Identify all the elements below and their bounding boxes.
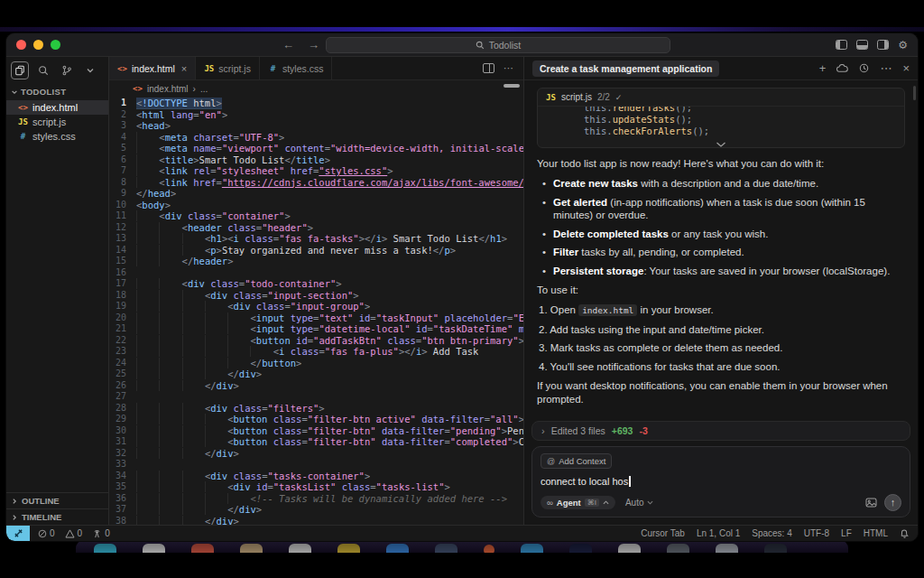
code-line[interactable]: 7 <link rel="stylesheet" href="styles.cs… — [109, 165, 523, 177]
indentation-status[interactable]: Spaces: 4 — [752, 528, 791, 538]
chat-message-area[interactable]: JS script.js 2/2 ✓ this.renderTasks();th… — [524, 80, 918, 415]
code-editor[interactable]: 1<!DOCTYPE html>2<html lang="en">3<head>… — [109, 97, 523, 525]
cloud-icon[interactable] — [836, 64, 848, 73]
code-change-card[interactable]: JS script.js 2/2 ✓ this.renderTasks();th… — [537, 88, 905, 148]
dock-app-icon[interactable] — [569, 544, 592, 553]
search-sidebar-icon[interactable] — [34, 61, 52, 79]
outline-section[interactable]: OUTLINE — [6, 492, 108, 508]
code-line[interactable]: 17 <div class="todo-container"> — [109, 278, 523, 290]
minimize-window-button[interactable] — [33, 40, 43, 50]
cursor-tab-status[interactable]: Cursor Tab — [641, 528, 685, 538]
code-line[interactable]: 12 <header class="header"> — [109, 222, 523, 234]
remote-window-button[interactable] — [6, 526, 30, 541]
code-line[interactable]: 20 <input type="text" id="taskInput" pla… — [109, 312, 523, 324]
expand-chevron-icon[interactable] — [716, 142, 726, 147]
ports-indicator[interactable]: 0 — [92, 528, 110, 538]
dock[interactable] — [76, 540, 848, 553]
add-context-button[interactable]: @ Add Context — [541, 453, 612, 469]
tab-script-js[interactable]: JS script.js — [196, 57, 260, 79]
code-line[interactable]: 9</head> — [109, 188, 523, 200]
close-window-button[interactable] — [16, 40, 26, 50]
notifications-bell-icon[interactable] — [900, 528, 910, 538]
dock-app-icon[interactable] — [521, 544, 543, 553]
code-line[interactable]: 37 </div> — [109, 504, 523, 516]
dock-app-icon[interactable] — [94, 544, 116, 553]
editor-scrollbar-handle[interactable] — [504, 84, 520, 88]
model-selector[interactable]: Auto — [625, 498, 653, 508]
close-panel-icon[interactable]: × — [902, 62, 910, 74]
chat-scrollbar-handle[interactable] — [913, 86, 916, 100]
code-line[interactable]: 18 <div class="input-section"> — [109, 290, 523, 302]
history-forward-button[interactable]: → — [308, 39, 319, 51]
code-line[interactable]: 3<head> — [109, 120, 523, 132]
cursor-position-status[interactable]: Ln 1, Col 1 — [697, 528, 740, 538]
source-control-icon[interactable] — [58, 61, 76, 79]
send-button[interactable]: ↑ — [884, 494, 901, 511]
tab-styles-css[interactable]: # styles.css — [260, 57, 333, 79]
chat-input[interactable]: connect to local hos — [541, 475, 901, 488]
folder-section-header[interactable]: TODOLIST — [6, 83, 108, 100]
code-line[interactable]: 24 </button> — [109, 358, 523, 369]
code-line[interactable]: 30 <button class="filter-btn" data-filte… — [109, 425, 523, 437]
toggle-primary-sidebar-button[interactable] — [836, 40, 847, 50]
encoding-status[interactable]: UTF-8 — [804, 528, 829, 538]
code-line[interactable]: 4 <meta charset="UTF-8"> — [109, 132, 523, 144]
chat-tab-title[interactable]: Create a task management application — [532, 61, 719, 77]
language-mode-status[interactable]: HTML — [864, 528, 888, 538]
more-actions-icon[interactable]: ⋯ — [880, 62, 892, 74]
history-back-button[interactable]: ← — [282, 39, 294, 51]
chat-composer[interactable]: @ Add Context connect to local hos ∞ Age… — [531, 446, 910, 517]
code-line[interactable]: 34 <div class="tasks-container"> — [109, 471, 523, 482]
chevron-down-icon[interactable] — [81, 61, 99, 79]
eol-status[interactable]: LF — [841, 528, 852, 538]
close-tab-icon[interactable]: × — [181, 63, 187, 74]
code-line[interactable]: 32 </div> — [109, 448, 523, 460]
code-line[interactable]: 26 </div> — [109, 380, 523, 392]
explorer-files-icon[interactable] — [11, 61, 29, 79]
code-line[interactable]: 36 <!-- Tasks will be dynamically added … — [109, 493, 523, 505]
dock-app-icon[interactable] — [191, 544, 214, 553]
sidebar-file-styles-css[interactable]: # styles.css — [6, 129, 108, 144]
maximize-window-button[interactable] — [51, 40, 60, 50]
timeline-section[interactable]: TIMELINE — [6, 508, 108, 525]
dock-app-icon[interactable] — [667, 544, 689, 553]
dock-app-icon[interactable] — [386, 544, 409, 553]
code-line[interactable]: 14 <p>Stay organized and never miss a ta… — [109, 245, 523, 256]
tab-index-html[interactable]: <> index.html × — [109, 57, 196, 79]
code-line[interactable]: 23 <i class="fas fa-plus"></i> Add Task — [109, 346, 523, 358]
more-actions-icon[interactable]: ⋯ — [504, 62, 514, 74]
sidebar-file-index-html[interactable]: <> index.html — [6, 100, 108, 115]
split-editor-icon[interactable] — [483, 63, 494, 73]
dock-app-icon[interactable] — [484, 545, 494, 553]
code-line[interactable]: 28 <div class="filters"> — [109, 403, 523, 415]
code-line[interactable]: 29 <button class="filter-btn active" dat… — [109, 414, 523, 425]
agent-mode-selector[interactable]: ∞ Agent ⌘I — [541, 496, 615, 509]
code-line[interactable]: 38 </div> — [109, 516, 523, 526]
code-line[interactable]: 31 <button class="filter-btn" data-filte… — [109, 436, 523, 448]
toggle-panel-button[interactable] — [856, 40, 868, 50]
toggle-secondary-sidebar-button[interactable] — [877, 40, 889, 50]
code-line[interactable]: 8 <link href="https://cdnjs.cloudflare.c… — [109, 177, 523, 189]
edited-files-summary[interactable]: › Edited 3 files +693 -3 — [531, 421, 910, 441]
code-line[interactable]: 1<!DOCTYPE html> — [109, 98, 523, 109]
dock-app-icon[interactable] — [716, 544, 738, 553]
dock-app-icon[interactable] — [143, 544, 165, 553]
code-line[interactable]: 27 — [109, 391, 523, 403]
new-chat-icon[interactable]: + — [819, 62, 827, 74]
history-icon[interactable] — [859, 63, 869, 73]
code-line[interactable]: 22 <button id="addTaskBtn" class="btn bt… — [109, 335, 523, 347]
sidebar-file-script-js[interactable]: JS script.js — [6, 115, 108, 129]
code-line[interactable]: 15 </header> — [109, 256, 523, 267]
code-line[interactable]: 35 <div id="tasksList" class="tasks-list… — [109, 481, 523, 493]
dock-app-icon[interactable] — [289, 544, 311, 553]
code-line[interactable]: 10<body> — [109, 200, 523, 211]
code-line[interactable]: 25 </div> — [109, 368, 523, 380]
command-center-search[interactable]: Todolist — [326, 37, 670, 53]
dock-app-icon[interactable] — [618, 544, 641, 553]
warnings-indicator[interactable]: 0 — [65, 528, 83, 538]
code-line[interactable]: 21 <input type="datetime-local" id="task… — [109, 323, 523, 335]
dock-app-icon[interactable] — [435, 544, 457, 553]
code-line[interactable]: 6 <title>Smart Todo List</title> — [109, 154, 523, 166]
errors-indicator[interactable]: 0 — [38, 528, 55, 538]
dock-app-icon[interactable] — [337, 544, 360, 553]
